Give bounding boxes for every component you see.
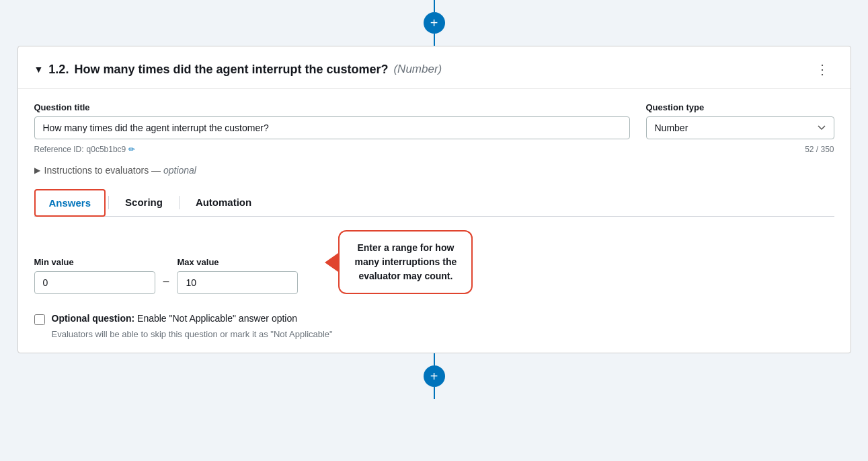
- edit-ref-icon[interactable]: ✏: [128, 145, 135, 154]
- question-title-label: Question title: [34, 102, 630, 112]
- question-heading: How many times did the agent interrupt t…: [74, 63, 388, 77]
- top-line: [434, 0, 435, 12]
- page-container: + ▼ 1.2. How many times did the agent in…: [0, 0, 868, 461]
- min-value-group: Min value: [34, 257, 155, 294]
- value-row: Min value – Max value Enter a range for …: [34, 230, 834, 294]
- instructions-row[interactable]: ▶ Instructions to evaluators — optional: [34, 165, 834, 176]
- question-type-label: Question type: [646, 102, 834, 112]
- ref-id-label: Reference ID:: [34, 145, 84, 154]
- question-number: 1.2.: [48, 63, 69, 77]
- add-button-bottom[interactable]: +: [424, 365, 445, 387]
- card-header: ▼ 1.2. How many times did the agent inte…: [18, 46, 851, 89]
- max-value-group: Max value: [177, 257, 298, 294]
- callout-box: Enter a range for how many interruptions…: [338, 230, 473, 294]
- question-type-badge: (Number): [393, 63, 442, 76]
- question-type-select[interactable]: Number Text Single choice Multiple choic…: [646, 116, 834, 139]
- question-card: ▼ 1.2. How many times did the agent inte…: [17, 46, 851, 353]
- question-title-group: Question title: [34, 102, 630, 139]
- range-dash: –: [163, 275, 169, 294]
- optional-question-row: Optional question: Enable "Not Applicabl…: [34, 313, 834, 325]
- tab-scoring[interactable]: Scoring: [112, 190, 176, 216]
- question-title-input[interactable]: [34, 116, 630, 139]
- callout-arrow-icon: [311, 253, 338, 272]
- char-count: 52 / 350: [805, 145, 834, 154]
- bottom-line-2: [434, 387, 435, 399]
- min-value-label: Min value: [34, 257, 155, 267]
- max-value-input[interactable]: [177, 271, 298, 294]
- bottom-line-1: [434, 353, 435, 365]
- max-value-label: Max value: [177, 257, 298, 267]
- optional-hint: Evaluators will be able to skip this que…: [34, 329, 834, 339]
- tabs-row: Answers Scoring Automation: [34, 189, 834, 217]
- tab-automation[interactable]: Automation: [182, 190, 265, 216]
- top-line-2: [434, 34, 435, 46]
- question-type-group: Question type Number Text Single choice …: [646, 102, 834, 139]
- instructions-optional: optional: [163, 165, 196, 176]
- add-button-top[interactable]: +: [424, 12, 445, 34]
- instructions-label: Instructions to evaluators — optional: [44, 165, 196, 176]
- bottom-connector: +: [424, 353, 445, 399]
- collapse-arrow[interactable]: ▼: [34, 64, 44, 75]
- callout-wrapper: Enter a range for how many interruptions…: [306, 230, 473, 294]
- ref-row: Reference ID: q0c5b1bc9 ✏ 52 / 350: [34, 145, 834, 154]
- ref-id-value: q0c5b1bc9: [87, 145, 126, 154]
- tab-divider-1: [108, 196, 109, 209]
- tab-answers[interactable]: Answers: [34, 189, 106, 217]
- ref-id-text: Reference ID: q0c5b1bc9 ✏: [34, 145, 136, 154]
- top-connector: +: [424, 0, 445, 46]
- card-title: ▼ 1.2. How many times did the agent inte…: [34, 63, 442, 77]
- more-options-button[interactable]: ⋮: [810, 59, 834, 80]
- optional-label-rest: Enable "Not Applicable" answer option: [137, 313, 297, 324]
- min-value-input[interactable]: [34, 271, 155, 294]
- optional-label-strong: Optional question:: [52, 313, 135, 324]
- tab-divider-2: [179, 196, 180, 209]
- optional-question-checkbox[interactable]: [34, 314, 45, 325]
- card-body: Question title Question type Number Text…: [18, 89, 851, 353]
- question-title-row: Question title Question type Number Text…: [34, 102, 834, 139]
- instructions-arrow-icon: ▶: [34, 166, 40, 175]
- optional-question-label: Optional question: Enable "Not Applicabl…: [52, 313, 298, 324]
